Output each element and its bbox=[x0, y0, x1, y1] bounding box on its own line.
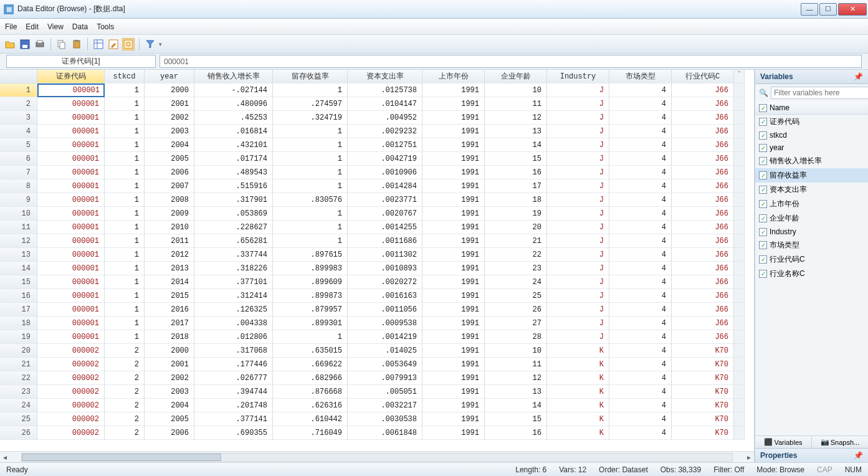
data-cell[interactable]: .0011302 bbox=[348, 248, 422, 262]
data-cell[interactable]: 2 bbox=[105, 371, 145, 385]
data-cell[interactable]: 4 bbox=[609, 166, 672, 179]
data-cell[interactable]: 000002 bbox=[37, 371, 105, 385]
data-cell[interactable]: 1 bbox=[105, 275, 145, 289]
data-cell[interactable]: 1991 bbox=[422, 399, 485, 412]
data-cell[interactable]: 1991 bbox=[422, 358, 485, 371]
data-cell[interactable]: 12 bbox=[485, 371, 547, 385]
column-header[interactable]: 上市年份 bbox=[422, 70, 485, 83]
variable-checkbox[interactable]: ✓ bbox=[759, 214, 767, 222]
data-cell[interactable]: 1991 bbox=[422, 426, 485, 440]
data-cell[interactable]: 10 bbox=[485, 344, 547, 358]
row-header[interactable]: 26 bbox=[0, 426, 37, 440]
data-cell[interactable]: J66 bbox=[672, 111, 734, 125]
column-header[interactable]: 企业年龄 bbox=[485, 70, 547, 83]
data-cell[interactable]: 2 bbox=[105, 385, 145, 399]
data-cell[interactable]: 2004 bbox=[145, 138, 194, 152]
data-cell[interactable]: 1 bbox=[273, 138, 348, 152]
data-cell[interactable]: .0009538 bbox=[348, 317, 422, 330]
row-header[interactable]: 4 bbox=[0, 125, 37, 138]
data-cell[interactable]: 13 bbox=[485, 385, 547, 399]
data-cell[interactable]: 1 bbox=[273, 152, 348, 166]
data-cell[interactable]: .876668 bbox=[273, 385, 348, 399]
menu-edit[interactable]: Edit bbox=[26, 22, 39, 31]
close-button[interactable]: ✕ bbox=[838, 3, 867, 16]
variable-item[interactable]: ✓上市年份 bbox=[755, 197, 868, 211]
data-cell[interactable]: K70 bbox=[672, 399, 734, 412]
data-cell[interactable]: .0014284 bbox=[348, 179, 422, 193]
data-cell[interactable]: K70 bbox=[672, 371, 734, 385]
data-cell[interactable]: 1 bbox=[273, 330, 348, 344]
row-header[interactable]: 3 bbox=[0, 111, 37, 125]
data-cell[interactable]: .201748 bbox=[194, 399, 273, 412]
data-cell[interactable]: .0016163 bbox=[348, 289, 422, 303]
data-cell[interactable]: K bbox=[547, 344, 609, 358]
data-cell[interactable]: J bbox=[547, 289, 609, 303]
data-cell[interactable]: 1 bbox=[105, 179, 145, 193]
data-cell[interactable]: 2008 bbox=[145, 193, 194, 207]
variable-item[interactable]: ✓证券代码 bbox=[755, 115, 868, 129]
data-cell[interactable]: .669622 bbox=[273, 358, 348, 371]
data-cell[interactable]: 10 bbox=[485, 83, 547, 97]
data-cell[interactable]: .014025 bbox=[348, 344, 422, 358]
variable-checkbox[interactable]: ✓ bbox=[759, 241, 767, 249]
data-cell[interactable]: 1991 bbox=[422, 97, 485, 111]
variables-filter-input[interactable] bbox=[771, 87, 868, 99]
variable-item[interactable]: ✓资本支出率 bbox=[755, 183, 868, 197]
data-cell[interactable]: K bbox=[547, 358, 609, 371]
data-cell[interactable]: 000001 bbox=[37, 303, 105, 317]
data-cell[interactable]: 4 bbox=[609, 289, 672, 303]
variable-item[interactable]: ✓year bbox=[755, 141, 868, 154]
data-cell[interactable]: 4 bbox=[609, 152, 672, 166]
data-cell[interactable]: 22 bbox=[485, 248, 547, 262]
data-cell[interactable]: 4 bbox=[609, 303, 672, 317]
data-cell[interactable]: 1991 bbox=[422, 262, 485, 275]
data-cell[interactable]: J bbox=[547, 125, 609, 138]
data-cell[interactable]: 1991 bbox=[422, 344, 485, 358]
data-cell[interactable]: .0029232 bbox=[348, 125, 422, 138]
check-all-checkbox[interactable]: ✓ bbox=[759, 104, 767, 112]
data-cell[interactable]: 1991 bbox=[422, 303, 485, 317]
pin-icon[interactable]: 📌 bbox=[854, 451, 863, 460]
data-cell[interactable]: J66 bbox=[672, 275, 734, 289]
data-cell[interactable]: K bbox=[547, 412, 609, 426]
data-cell[interactable]: .432101 bbox=[194, 138, 273, 152]
data-cell[interactable]: K70 bbox=[672, 426, 734, 440]
data-cell[interactable]: 2002 bbox=[145, 371, 194, 385]
data-cell[interactable]: 000001 bbox=[37, 221, 105, 234]
data-cell[interactable]: .177446 bbox=[194, 358, 273, 371]
data-cell[interactable]: .0020767 bbox=[348, 207, 422, 221]
data-cell[interactable]: .377101 bbox=[194, 275, 273, 289]
data-cell[interactable]: 21 bbox=[485, 234, 547, 248]
data-cell[interactable]: .017174 bbox=[194, 152, 273, 166]
data-cell[interactable]: .0030538 bbox=[348, 412, 422, 426]
data-cell[interactable]: 1 bbox=[273, 125, 348, 138]
row-header[interactable]: 7 bbox=[0, 166, 37, 179]
variables-name-header[interactable]: ✓ Name bbox=[755, 102, 868, 115]
data-cell[interactable]: 2 bbox=[105, 412, 145, 426]
data-cell[interactable]: J bbox=[547, 111, 609, 125]
data-cell[interactable]: 2005 bbox=[145, 412, 194, 426]
data-cell[interactable]: .656281 bbox=[194, 234, 273, 248]
menu-data[interactable]: Data bbox=[72, 22, 88, 31]
data-cell[interactable]: J66 bbox=[672, 234, 734, 248]
data-cell[interactable]: 2005 bbox=[145, 152, 194, 166]
data-cell[interactable]: 27 bbox=[485, 317, 547, 330]
data-cell[interactable]: 2003 bbox=[145, 125, 194, 138]
data-cell[interactable]: 14 bbox=[485, 399, 547, 412]
data-cell[interactable]: 000001 bbox=[37, 207, 105, 221]
tab-variables[interactable]: ⬛Variables bbox=[755, 436, 812, 448]
data-cell[interactable]: 11 bbox=[485, 97, 547, 111]
data-cell[interactable]: 000001 bbox=[37, 289, 105, 303]
data-cell[interactable]: 1991 bbox=[422, 221, 485, 234]
menu-tools[interactable]: Tools bbox=[97, 22, 114, 31]
column-header[interactable]: 市场类型 bbox=[609, 70, 672, 83]
data-cell[interactable]: 4 bbox=[609, 412, 672, 426]
data-cell[interactable]: K70 bbox=[672, 412, 734, 426]
data-cell[interactable]: 000002 bbox=[37, 426, 105, 440]
data-cell[interactable]: .004952 bbox=[348, 111, 422, 125]
data-cell[interactable]: 16 bbox=[485, 426, 547, 440]
data-cell[interactable]: .005051 bbox=[348, 385, 422, 399]
data-cell[interactable]: 20 bbox=[485, 221, 547, 234]
data-cell[interactable]: .317901 bbox=[194, 193, 273, 207]
variables-manager-icon[interactable] bbox=[92, 38, 105, 50]
